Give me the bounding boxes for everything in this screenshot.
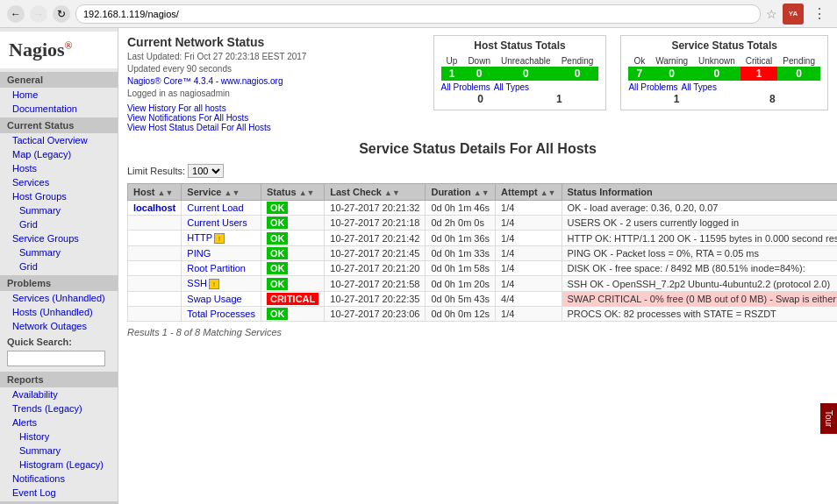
sidebar-item-services[interactable]: Services xyxy=(0,175,118,189)
service-warning-icon: ! xyxy=(209,279,219,289)
host-all-types-link[interactable]: All Types xyxy=(494,82,529,92)
sidebar-item-hg-summary[interactable]: Summary xyxy=(0,203,118,217)
host-status-unreachable-val[interactable]: 0 xyxy=(496,67,556,81)
section-problems: Problems xyxy=(0,275,118,291)
svc-sub-val1[interactable]: 1 xyxy=(628,92,724,106)
svc-ok-val[interactable]: 7 xyxy=(628,67,650,81)
sidebar-item-availability[interactable]: Availability xyxy=(0,387,118,401)
service-link[interactable]: Total Processes xyxy=(187,309,255,319)
view-history-link[interactable]: View History For all hosts xyxy=(127,103,416,113)
status-sort-icon[interactable]: ▲▼ xyxy=(299,188,315,197)
duration-cell: 0d 0h 1m 33s xyxy=(426,246,496,261)
host-status-up-val[interactable]: 1 xyxy=(441,67,463,81)
forward-button[interactable]: → xyxy=(30,5,47,23)
sidebar-item-alerts-summary[interactable]: Summary xyxy=(0,444,118,458)
status-badge: OK xyxy=(267,278,289,290)
service-cell: Current Users xyxy=(182,216,261,231)
svc-warning-header: Warning xyxy=(650,55,693,67)
sidebar-item-tactical-overview[interactable]: Tactical Overview xyxy=(0,133,118,147)
sidebar-item-service-groups[interactable]: Service Groups xyxy=(0,231,118,245)
service-link[interactable]: HTTP xyxy=(187,232,212,243)
service-status-totals: Service Status Totals Ok Warning Unknown… xyxy=(620,35,828,110)
host-all-problems-link[interactable]: All Problems xyxy=(441,82,490,92)
status-cell: OK xyxy=(261,276,324,292)
sidebar-item-notifications[interactable]: Notifications xyxy=(0,472,118,486)
duration-sort-icon[interactable]: ▲▼ xyxy=(474,188,490,197)
svc-pending-val[interactable]: 0 xyxy=(777,67,820,81)
tour-button[interactable]: Tour xyxy=(820,403,837,434)
section-general: General xyxy=(0,72,118,88)
service-cell: HTTP! xyxy=(182,231,261,246)
svc-all-types-link[interactable]: All Types xyxy=(682,82,717,92)
sidebar-item-documentation[interactable]: Documentation xyxy=(0,102,118,116)
sidebar-item-event-log[interactable]: Event Log xyxy=(0,486,118,500)
menu-button[interactable]: ⋮ xyxy=(809,4,830,25)
service-link[interactable]: Current Load xyxy=(187,202,243,213)
host-cell xyxy=(128,216,182,231)
host-link[interactable]: localhost xyxy=(133,202,175,213)
svc-all-problems-link[interactable]: All Problems xyxy=(628,82,677,92)
nagios-version-link[interactable]: Nagios® Core™ 4.3.4 - www.nagios.org xyxy=(127,76,283,86)
url-bar[interactable] xyxy=(75,4,761,24)
duration-cell: 0d 0h 1m 46s xyxy=(426,201,496,216)
svc-warning-val[interactable]: 0 xyxy=(650,67,693,81)
sidebar-item-home[interactable]: Home xyxy=(0,88,118,102)
host-sub-val2[interactable]: 1 xyxy=(519,92,598,106)
duration-cell: 0d 0h 1m 58s xyxy=(426,261,496,276)
status-cell: OK xyxy=(261,231,324,246)
attempt-sort-icon[interactable]: ▲▼ xyxy=(540,188,556,197)
col-status-info: Status Information xyxy=(562,184,837,201)
host-sort-icon[interactable]: ▲▼ xyxy=(158,188,174,197)
info-cell: PROCS OK: 82 processes with STATE = RSZD… xyxy=(562,307,837,322)
status-cell: OK xyxy=(261,307,324,322)
table-row: Swap UsageCRITICAL10-27-2017 20:22:350d … xyxy=(128,292,838,307)
logo-area: Nagios® xyxy=(0,32,118,68)
sidebar-item-sg-grid[interactable]: Grid xyxy=(0,259,118,273)
service-link[interactable]: Root Partition xyxy=(187,263,246,273)
sidebar-item-alerts[interactable]: Alerts xyxy=(0,415,118,429)
sidebar-item-trends[interactable]: Trends (Legacy) xyxy=(0,401,118,415)
quick-search-input[interactable] xyxy=(7,351,105,366)
host-cell xyxy=(128,261,182,276)
limit-results-label: Limit Results: xyxy=(127,166,185,176)
host-status-table: Up Down Unreachable Pending 1 0 0 0 xyxy=(441,55,599,81)
nagios-version: Nagios® Core™ 4.3.4 - www.nagios.org xyxy=(127,75,416,88)
nagios-logo: Nagios® xyxy=(9,39,73,60)
sidebar-item-network-outages[interactable]: Network Outages xyxy=(0,319,118,333)
status-links: View History For all hosts View Notifica… xyxy=(127,103,416,132)
browser-icon: YA xyxy=(783,4,804,25)
sidebar-item-map[interactable]: Map (Legacy) xyxy=(0,147,118,161)
service-link[interactable]: PING xyxy=(187,248,211,259)
status-cell: OK xyxy=(261,216,324,231)
lastcheck-sort-icon[interactable]: ▲▼ xyxy=(384,188,400,197)
back-button[interactable]: ← xyxy=(7,5,25,23)
sidebar-item-sg-summary[interactable]: Summary xyxy=(0,245,118,259)
host-sub-val1[interactable]: 0 xyxy=(441,92,520,106)
limit-results-select[interactable]: 25 50 100 All xyxy=(188,164,224,178)
sidebar-item-alerts-histogram[interactable]: Histogram (Legacy) xyxy=(0,458,118,472)
sidebar-item-alerts-history[interactable]: History xyxy=(0,429,118,444)
service-link[interactable]: SSH xyxy=(187,278,207,288)
service-sort-icon[interactable]: ▲▼ xyxy=(225,188,240,197)
sidebar-item-hg-grid[interactable]: Grid xyxy=(0,217,118,231)
host-cell xyxy=(128,276,182,292)
sidebar-item-hosts-unhandled[interactable]: Hosts (Unhandled) xyxy=(0,305,118,319)
view-notifications-link[interactable]: View Notifications For All Hosts xyxy=(127,113,416,123)
current-status-block: Current Network Status Last Updated: Fri… xyxy=(127,35,416,132)
svc-unknown-val[interactable]: 0 xyxy=(693,67,740,81)
svc-critical-val[interactable]: 1 xyxy=(740,67,778,81)
last-check-cell: 10-27-2017 20:21:58 xyxy=(325,276,426,292)
host-status-pending-val[interactable]: 0 xyxy=(556,67,599,81)
section-reports: Reports xyxy=(0,372,118,387)
svc-sub-val2[interactable]: 8 xyxy=(725,92,820,106)
service-link[interactable]: Swap Usage xyxy=(187,294,241,304)
sidebar-item-hosts[interactable]: Hosts xyxy=(0,161,118,175)
view-host-status-link[interactable]: View Host Status Detail For All Hosts xyxy=(127,123,416,132)
host-status-down-val[interactable]: 0 xyxy=(462,67,496,81)
sidebar-item-services-unhandled[interactable]: Services (Unhandled) xyxy=(0,291,118,305)
reload-button[interactable]: ↻ xyxy=(53,5,70,23)
service-link[interactable]: Current Users xyxy=(187,217,247,228)
logged-in: Logged in as nagiosadmin xyxy=(127,88,416,100)
sidebar-item-host-groups[interactable]: Host Groups xyxy=(0,189,118,203)
bookmark-icon[interactable]: ☆ xyxy=(766,7,777,21)
